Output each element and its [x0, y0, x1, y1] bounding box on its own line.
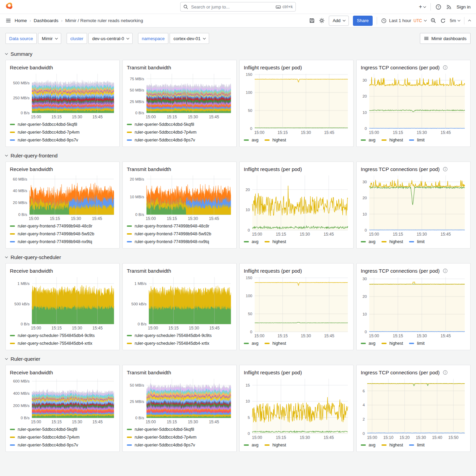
- legend-item[interactable]: limit: [409, 137, 424, 143]
- info-icon[interactable]: [443, 65, 448, 70]
- legend-item[interactable]: ruler-querier-5ddbcc4dbd-7p4vm: [127, 129, 232, 136]
- cluster-select[interactable]: dev-us-central-0: [88, 33, 133, 44]
- share-button[interactable]: Share: [353, 16, 373, 26]
- legend-item[interactable]: ruler-querier-5ddbcc4dbd-7p4vm: [10, 434, 115, 441]
- legend-item[interactable]: ruler-query-scheduler-7554845db4-xrtlx: [127, 340, 232, 347]
- time-series-chart[interactable]: 010203015:0015:1515:3015:45: [361, 72, 466, 136]
- legend-item[interactable]: ruler-querier-5ddbcc4dbd-5kqf8: [10, 121, 115, 128]
- panel-title[interactable]: Receive bandwidth: [10, 165, 115, 173]
- legend-item[interactable]: highest: [265, 238, 286, 245]
- time-series-chart[interactable]: 0 B/s200 MB/s400 MB/s600 MB/s15:0015:151…: [10, 377, 115, 425]
- time-series-chart[interactable]: 0102015:0015:1515:3015:45: [244, 173, 349, 237]
- collapse-toolbar-chevron-up-icon[interactable]: [468, 20, 471, 22]
- panel-title[interactable]: Ingress TCP connections (per pod): [361, 266, 466, 275]
- legend-item[interactable]: ruler-querier-5ddbcc4dbd-9ps7v: [127, 137, 232, 143]
- menu-hamburger-icon[interactable]: [5, 18, 11, 23]
- panel-title[interactable]: Receive bandwidth: [10, 63, 115, 72]
- add-panel-button[interactable]: Add: [329, 16, 348, 26]
- panel-title[interactable]: Transmit bandwidth: [127, 165, 232, 173]
- info-icon[interactable]: [443, 370, 448, 375]
- legend-item[interactable]: ruler-querier-5ddbcc4dbd-9ps7v: [10, 137, 115, 143]
- legend-item[interactable]: avg: [361, 340, 375, 347]
- legend-item[interactable]: avg: [244, 340, 258, 347]
- legend-item[interactable]: ruler-query-frontend-774998b948-48c8r: [127, 223, 232, 230]
- grafana-logo[interactable]: [5, 2, 13, 12]
- legend-item[interactable]: ruler-query-scheduler-7554845db4-9c9ts: [127, 332, 232, 339]
- legend-item[interactable]: ruler-querier-5ddbcc4dbd-5kqf8: [127, 121, 232, 128]
- legend-item[interactable]: highest: [265, 442, 286, 448]
- panel-title[interactable]: Transmit bandwidth: [127, 368, 232, 377]
- panel-title[interactable]: Ingress TCP connections (per pod): [361, 63, 466, 72]
- dashboard-settings-gear-icon[interactable]: [319, 18, 325, 23]
- legend-item[interactable]: limit: [409, 238, 424, 245]
- legend-item[interactable]: highest: [265, 340, 286, 347]
- legend-item[interactable]: ruler-query-frontend-774998b948-5w92b: [127, 231, 232, 237]
- time-range-picker[interactable]: Last 1 hour UTC: [381, 18, 426, 23]
- legend-item[interactable]: avg: [361, 137, 375, 143]
- time-series-chart[interactable]: 05010015015:0015:1515:3015:45: [244, 275, 349, 339]
- legend-item[interactable]: ruler-querier-5ddbcc4dbd-5kqf8: [127, 426, 232, 433]
- legend-item[interactable]: highest: [265, 137, 286, 143]
- panel-title[interactable]: Inflight requests (per pod): [244, 165, 349, 173]
- panel-title[interactable]: Inflight requests (per pod): [244, 63, 349, 72]
- time-series-chart[interactable]: 0 B/s25 MB/s50 MB/s15:0015:1515:3015:45: [127, 377, 232, 425]
- legend-item[interactable]: avg: [244, 137, 258, 143]
- time-series-chart[interactable]: 05010015015:0015:1515:3015:45: [244, 72, 349, 136]
- legend-item[interactable]: highest: [381, 238, 403, 245]
- legend-item[interactable]: limit: [409, 442, 424, 448]
- search-input[interactable]: Search or jump to... ctrl+k: [180, 2, 296, 12]
- panel-title[interactable]: Inflight requests (per pod): [244, 368, 349, 377]
- time-series-chart[interactable]: 010203015:0015:1515:3015:45: [361, 173, 466, 237]
- legend-item[interactable]: limit: [409, 340, 424, 347]
- breadcrumb-home[interactable]: Home: [15, 18, 27, 23]
- time-series-chart[interactable]: 0 B/s20 MB/s40 MB/s60 MB/s15:0015:1515:3…: [10, 173, 115, 222]
- panel-title[interactable]: Transmit bandwidth: [127, 266, 232, 275]
- panel-title[interactable]: Transmit bandwidth: [127, 63, 232, 72]
- legend-item[interactable]: highest: [381, 137, 403, 143]
- sign-in-button[interactable]: Sign in: [457, 4, 471, 10]
- time-series-chart[interactable]: 05101515:0015:1515:3015:45: [244, 377, 349, 441]
- legend-item[interactable]: ruler-query-frontend-774998b948-5w92b: [10, 231, 115, 237]
- legend-item[interactable]: avg: [244, 238, 258, 245]
- panel-title[interactable]: Ingress TCP connections (per pod): [361, 368, 466, 377]
- new-menu-button[interactable]: +: [419, 3, 426, 10]
- legend-item[interactable]: ruler-query-frontend-774998b948-nx9tq: [127, 238, 232, 245]
- panel-title[interactable]: Receive bandwidth: [10, 266, 115, 275]
- row-header-ruler-query-frontend[interactable]: Ruler-query-frontend: [5, 150, 471, 160]
- legend-item[interactable]: ruler-query-frontend-774998b948-48c8r: [10, 223, 115, 230]
- legend-item[interactable]: ruler-query-frontend-774998b948-nx9tq: [10, 238, 115, 245]
- legend-item[interactable]: ruler-querier-5ddbcc4dbd-9ps7v: [127, 442, 232, 448]
- row-header-summary[interactable]: Summary: [5, 49, 471, 59]
- refresh-icon[interactable]: [440, 18, 446, 23]
- legend-item[interactable]: ruler-query-scheduler-7554845db4-9c9ts: [10, 332, 115, 339]
- legend-item[interactable]: ruler-query-scheduler-7554845db4-xrtlx: [10, 340, 115, 347]
- news-rss-icon[interactable]: [446, 4, 452, 10]
- mimir-dashboards-button[interactable]: Mimir dashboards: [420, 33, 471, 44]
- row-header-ruler-query-scheduler[interactable]: Ruler-query-scheduler: [5, 252, 471, 262]
- time-series-chart[interactable]: 010203015:0015:1515:3015:45: [361, 275, 466, 339]
- zoom-out-icon[interactable]: [430, 18, 436, 23]
- breadcrumb-dashboards[interactable]: Dashboards: [34, 18, 58, 23]
- panel-title[interactable]: Receive bandwidth: [10, 368, 115, 377]
- legend-item[interactable]: ruler-querier-5ddbcc4dbd-7p4vm: [10, 129, 115, 136]
- legend-item[interactable]: highest: [381, 442, 403, 448]
- legend-item[interactable]: highest: [381, 340, 403, 347]
- legend-item[interactable]: avg: [361, 442, 375, 448]
- save-dashboard-icon[interactable]: [309, 18, 315, 23]
- time-series-chart[interactable]: 0 B/s250 MB/s500 MB/s15:0015:1515:3015:4…: [10, 72, 115, 120]
- legend-item[interactable]: avg: [244, 442, 258, 448]
- refresh-interval-picker[interactable]: 5m: [450, 18, 460, 23]
- row-header-ruler-querier[interactable]: Ruler-querier: [5, 354, 471, 364]
- legend-item[interactable]: avg: [361, 238, 375, 245]
- legend-item[interactable]: ruler-querier-5ddbcc4dbd-7p4vm: [127, 434, 232, 441]
- legend-item[interactable]: ruler-querier-5ddbcc4dbd-9ps7v: [10, 442, 115, 448]
- time-series-chart[interactable]: 0 B/s500 kB/s1 MB/s15:0015:1515:3015:45: [127, 275, 232, 331]
- panel-title[interactable]: Inflight requests (per pod): [244, 266, 349, 275]
- info-icon[interactable]: [443, 268, 448, 273]
- legend-item[interactable]: ruler-querier-5ddbcc4dbd-5kqf8: [10, 426, 115, 433]
- help-icon[interactable]: ?: [436, 4, 441, 10]
- time-series-chart[interactable]: 0 B/s10 MB/s20 MB/s15:0015:1515:3015:45: [127, 173, 232, 222]
- panel-title[interactable]: Ingress TCP connections (per pod): [361, 165, 466, 173]
- time-series-chart[interactable]: 0 B/s500 kB/s1 MB/s15:0015:1515:3015:45: [10, 275, 115, 331]
- datasource-select[interactable]: Mimir: [38, 33, 61, 44]
